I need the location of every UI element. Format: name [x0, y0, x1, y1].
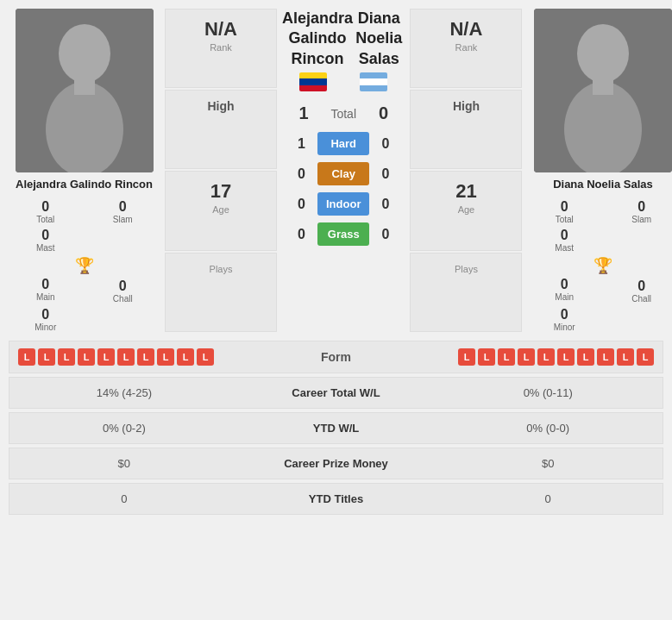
right-trophy-area: 🏆 [527, 256, 672, 275]
hard-right-score: 0 [374, 136, 396, 152]
left-minor-value: 0 [41, 307, 49, 323]
right-mast-value: 0 [561, 228, 568, 243]
form-right-badges: LLLLLLLLLL [374, 348, 655, 366]
right-main-value: 0 [561, 277, 568, 292]
hard-badge: Hard [317, 132, 369, 155]
left-detail-panel: N/A Rank High 17 Age Plays [165, 9, 277, 332]
right-chall-label: Chall [631, 294, 651, 304]
form-badge-left: L [157, 348, 174, 366]
right-main-label: Main [555, 292, 574, 302]
right-chall-cell: 0 Chall [605, 279, 672, 304]
flag-row [282, 72, 405, 91]
form-badge-left: L [197, 348, 214, 366]
left-trophy-area: 🏆 [9, 256, 160, 275]
form-badge-right: L [458, 348, 475, 366]
right-slam-label: Slam [631, 215, 651, 224]
center-left-name: Alejandra Galindo Rincon [282, 9, 353, 69]
right-trophy-icon: 🏆 [593, 256, 612, 275]
left-plays-box: Plays [165, 253, 277, 332]
left-rank-label: Rank [171, 42, 271, 53]
left-age-label: Age [171, 204, 271, 215]
left-chall-cell: 0 Chall [86, 279, 160, 304]
left-mast-cell: 0 Mast [9, 228, 83, 253]
stats-left-1: 0% (0-2) [18, 422, 230, 435]
form-badge-left: L [97, 348, 115, 366]
clay-right-score: 0 [374, 166, 396, 182]
stats-row: $0 Career Prize Money $0 [9, 448, 663, 479]
total-left-score: 1 [291, 103, 317, 123]
left-slam-label: Slam [113, 215, 133, 224]
stats-row: 14% (4-25) Career Total W/L 0% (0-11) [9, 377, 663, 409]
indoor-badge: Indoor [317, 192, 369, 216]
svg-rect-7 [593, 78, 613, 95]
left-player-photo [16, 9, 154, 172]
grass-badge: Grass [317, 222, 369, 246]
stats-left-3: 0 [18, 492, 230, 505]
svg-point-2 [46, 82, 123, 172]
left-total-cell: 0 Total [9, 199, 83, 224]
form-badge-left: L [177, 348, 194, 366]
form-badge-left: L [58, 348, 75, 366]
indoor-left-score: 0 [291, 197, 312, 212]
form-left-badges: LLLLLLLLLL [18, 348, 298, 366]
right-minor-value: 0 [561, 307, 568, 323]
right-plays-label: Plays [416, 264, 516, 274]
grass-right-score: 0 [374, 227, 396, 242]
right-slam-value: 0 [637, 199, 645, 215]
stats-label-1: YTD W/L [230, 422, 443, 435]
indoor-right-score: 0 [374, 197, 396, 212]
right-player-name: Diana Noelia Salas [553, 178, 653, 192]
stats-row: 0% (0-2) YTD W/L 0% (0-0) [9, 412, 663, 444]
form-label: Form [302, 350, 371, 364]
right-high-value: High [416, 99, 516, 113]
surface-row-hard: 1 Hard 0 [282, 132, 405, 155]
left-total-value: 0 [41, 199, 49, 215]
form-badge-right: L [557, 348, 575, 366]
stats-right-3: 0 [442, 492, 654, 505]
right-rank-box: N/A Rank [410, 9, 522, 88]
stats-right-1: 0% (0-0) [442, 422, 654, 435]
right-flag [360, 72, 387, 91]
right-stats-grid: 0 Total 0 Slam 0 Mast 🏆 0 Main [527, 199, 672, 332]
form-badge-left: L [38, 348, 55, 366]
right-total-cell: 0 Total [527, 199, 601, 224]
left-main-cell: 0 Main [9, 277, 83, 304]
form-badge-right: L [577, 348, 594, 366]
left-stats-grid: 0 Total 0 Slam 0 Mast 🏆 0 Main [9, 199, 160, 332]
svg-rect-3 [74, 78, 95, 95]
form-badge-right: L [518, 348, 535, 366]
form-badge-right: L [617, 348, 634, 366]
left-age-box: 17 Age [165, 171, 277, 250]
right-total-label: Total [556, 215, 574, 224]
form-badge-right: L [537, 348, 555, 366]
main-container: Alejandra Galindo Rincon 0 Total 0 Slam … [0, 0, 672, 527]
svg-point-5 [577, 24, 629, 83]
left-mast-label: Mast [36, 243, 55, 253]
right-mast-cell: 0 Mast [527, 228, 601, 253]
left-chall-label: Chall [113, 294, 133, 304]
svg-point-1 [59, 24, 110, 83]
form-badge-left: L [18, 348, 35, 366]
left-high-box: High [165, 90, 277, 169]
surface-row-clay: 0 Clay 0 [282, 162, 405, 185]
stats-table: 14% (4-25) Career Total W/L 0% (0-11) 0%… [9, 377, 663, 515]
surface-rows: 1 Hard 0 0 Clay 0 0 Indoor 0 0 Grass [282, 132, 405, 246]
stats-label-0: Career Total W/L [230, 386, 443, 399]
right-rank-label: Rank [416, 42, 516, 53]
right-player-card: Diana Noelia Salas 0 Total 0 Slam 0 Mast… [527, 9, 672, 332]
stats-left-0: 14% (4-25) [18, 386, 230, 399]
left-high-value: High [171, 99, 271, 113]
stats-label-2: Career Prize Money [230, 457, 443, 470]
right-total-value: 0 [561, 199, 568, 215]
hard-left-score: 1 [291, 136, 312, 152]
grass-left-score: 0 [291, 227, 312, 242]
right-player-photo [534, 9, 672, 172]
left-rank-value: N/A [171, 18, 271, 41]
left-mast-value: 0 [41, 228, 49, 243]
trophy-icon: 🏆 [75, 256, 94, 275]
total-label: Total [317, 107, 370, 121]
left-minor-label: Minor [35, 323, 56, 332]
right-chall-value: 0 [637, 279, 645, 294]
surface-row-indoor: 0 Indoor 0 [282, 192, 405, 216]
surface-row-grass: 0 Grass 0 [282, 222, 405, 246]
